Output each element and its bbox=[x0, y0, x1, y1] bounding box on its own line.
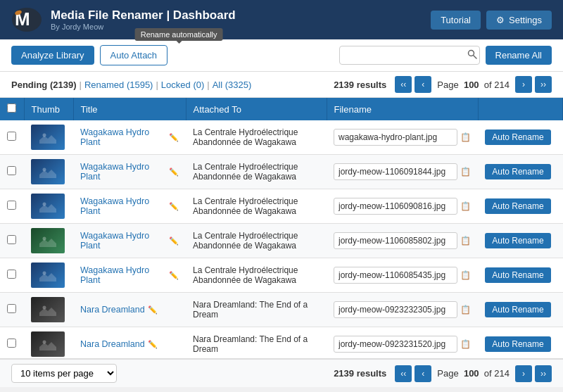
action-cell: Auto Rename bbox=[478, 120, 562, 155]
copy-icon[interactable]: 📋 bbox=[460, 339, 471, 349]
footer-results-count: 2139 results bbox=[334, 368, 386, 379]
copy-icon[interactable]: 📋 bbox=[460, 270, 471, 280]
toolbar: Analyze Library Auto Attach Rename autom… bbox=[0, 39, 563, 72]
last-page-button[interactable]: ›› bbox=[535, 76, 552, 93]
filename-input[interactable] bbox=[334, 336, 457, 353]
per-page-select[interactable]: 10 items per page25 items per page50 ite… bbox=[11, 364, 117, 383]
row-checkbox-cell bbox=[0, 120, 24, 155]
svg-line-4 bbox=[473, 56, 476, 59]
attached-cell: La Centrale Hydroélectrique Abandonnée d… bbox=[186, 258, 327, 293]
auto-rename-button[interactable]: Auto Rename bbox=[485, 198, 550, 214]
copy-icon[interactable]: 📋 bbox=[460, 132, 471, 142]
row-checkbox[interactable] bbox=[7, 132, 16, 141]
row-checkbox[interactable] bbox=[7, 339, 16, 348]
row-checkbox[interactable] bbox=[7, 270, 16, 279]
table-row: Nara Dreamland ✏️ Nara Dreamland: The En… bbox=[0, 293, 563, 327]
filter-all[interactable]: All (3325) bbox=[213, 80, 252, 90]
attached-cell: Nara Dreamland: The End of a Dream bbox=[186, 293, 327, 327]
footer-page-info: Page 100 of 214 bbox=[437, 368, 510, 379]
auto-rename-button[interactable]: Auto Rename bbox=[485, 302, 550, 317]
edit-icon[interactable]: ✏️ bbox=[169, 202, 179, 211]
title-text[interactable]: Wagakawa Hydro Plant bbox=[80, 162, 166, 182]
attached-cell: Nara Dreamland: The End of a Dream bbox=[186, 327, 327, 359]
thumb-cell bbox=[24, 120, 73, 155]
search-icon bbox=[467, 49, 477, 59]
search-icon-button[interactable] bbox=[467, 49, 477, 61]
select-all-header[interactable] bbox=[0, 98, 24, 120]
copy-icon[interactable]: 📋 bbox=[460, 167, 471, 177]
edit-icon[interactable]: ✏️ bbox=[169, 271, 179, 280]
thumb-cell bbox=[24, 224, 73, 258]
edit-icon[interactable]: ✏️ bbox=[148, 340, 158, 349]
attached-cell: La Centrale Hydroélectrique Abandonnée d… bbox=[186, 155, 327, 189]
edit-icon[interactable]: ✏️ bbox=[148, 305, 158, 315]
title-cell: Wagakawa Hydro Plant ✏️ bbox=[73, 155, 186, 189]
results-count: 2139 results bbox=[334, 80, 386, 90]
search-input[interactable] bbox=[339, 46, 480, 65]
filter-pending[interactable]: Pending (2139) bbox=[11, 80, 76, 90]
footer-first-page-button[interactable]: ‹‹ bbox=[395, 365, 412, 382]
next-page-button[interactable]: › bbox=[515, 76, 532, 93]
auto-rename-button[interactable]: Auto Rename bbox=[485, 336, 550, 352]
row-checkbox[interactable] bbox=[7, 201, 16, 210]
title-text[interactable]: Wagakawa Hydro Plant bbox=[80, 196, 166, 216]
filter-locked[interactable]: Locked (0) bbox=[161, 80, 204, 90]
row-checkbox[interactable] bbox=[7, 166, 16, 175]
footer-bar: 10 items per page25 items per page50 ite… bbox=[0, 358, 563, 387]
filename-input[interactable] bbox=[334, 301, 457, 318]
table-row: Wagakawa Hydro Plant ✏️ La Centrale Hydr… bbox=[0, 155, 563, 189]
row-checkbox[interactable] bbox=[7, 304, 16, 313]
table-body: Wagakawa Hydro Plant ✏️ La Centrale Hydr… bbox=[0, 120, 563, 358]
attached-column-header: Attached To bbox=[186, 98, 327, 120]
action-cell: Auto Rename bbox=[478, 155, 562, 189]
auto-rename-button[interactable]: Auto Rename bbox=[485, 129, 550, 145]
action-cell: Auto Rename bbox=[478, 327, 562, 359]
prev-page-button[interactable]: ‹ bbox=[415, 76, 431, 93]
thumb-cell bbox=[24, 293, 73, 327]
footer-pagination: ‹‹ ‹ Page 100 of 214 › ›› bbox=[395, 365, 552, 382]
first-page-button[interactable]: ‹‹ bbox=[395, 76, 412, 93]
tutorial-button[interactable]: Tutorial bbox=[431, 11, 481, 30]
edit-icon[interactable]: ✏️ bbox=[169, 133, 179, 142]
auto-attach-button[interactable]: Auto Attach bbox=[100, 45, 168, 65]
copy-icon[interactable]: 📋 bbox=[460, 305, 471, 315]
edit-icon[interactable]: ✏️ bbox=[169, 236, 179, 246]
filename-cell: 📋 bbox=[327, 293, 478, 327]
title-text[interactable]: Wagakawa Hydro Plant bbox=[80, 127, 166, 147]
analyze-library-button[interactable]: Analyze Library bbox=[11, 46, 94, 65]
title-text[interactable]: Nara Dreamland bbox=[80, 305, 145, 315]
header-actions: Tutorial ⚙ Settings bbox=[431, 11, 552, 30]
copy-icon[interactable]: 📋 bbox=[460, 236, 471, 246]
action-cell: Auto Rename bbox=[478, 189, 562, 224]
settings-button[interactable]: ⚙ Settings bbox=[486, 11, 552, 30]
auto-rename-button[interactable]: Auto Rename bbox=[485, 233, 550, 248]
filename-input[interactable] bbox=[334, 129, 457, 146]
filename-input[interactable] bbox=[334, 163, 457, 180]
filename-column-header: Filename bbox=[327, 98, 478, 120]
filter-renamed[interactable]: Renamed (1595) bbox=[84, 80, 153, 90]
rename-auto-tooltip-wrapper: Rename automatically bbox=[173, 48, 184, 63]
rename-all-button[interactable]: Rename All bbox=[486, 46, 552, 65]
filename-cell: 📋 bbox=[327, 327, 478, 359]
row-checkbox-cell bbox=[0, 155, 24, 189]
auto-rename-button[interactable]: Auto Rename bbox=[485, 267, 550, 283]
footer-prev-page-button[interactable]: ‹ bbox=[415, 365, 431, 382]
footer-next-page-button[interactable]: › bbox=[515, 365, 532, 382]
auto-rename-button[interactable]: Auto Rename bbox=[485, 164, 550, 179]
thumbnail bbox=[31, 297, 65, 322]
footer-last-page-button[interactable]: ›› bbox=[535, 365, 552, 382]
title-text[interactable]: Wagakawa Hydro Plant bbox=[80, 231, 166, 251]
title-text[interactable]: Wagakawa Hydro Plant bbox=[80, 265, 166, 285]
edit-icon[interactable]: ✏️ bbox=[169, 167, 179, 177]
filename-input[interactable] bbox=[334, 267, 457, 284]
filename-input[interactable] bbox=[334, 198, 457, 215]
filters-right: 2139 results ‹‹ ‹ Page 100 of 214 › ›› bbox=[334, 76, 552, 93]
thumbnail bbox=[31, 125, 65, 150]
copy-icon[interactable]: 📋 bbox=[460, 201, 471, 211]
row-checkbox[interactable] bbox=[7, 235, 16, 244]
thumb-column-header: Thumb bbox=[24, 98, 73, 120]
title-text[interactable]: Nara Dreamland bbox=[80, 339, 145, 349]
settings-label: Settings bbox=[509, 15, 542, 25]
select-all-checkbox[interactable] bbox=[7, 103, 16, 113]
filename-input[interactable] bbox=[334, 232, 457, 249]
